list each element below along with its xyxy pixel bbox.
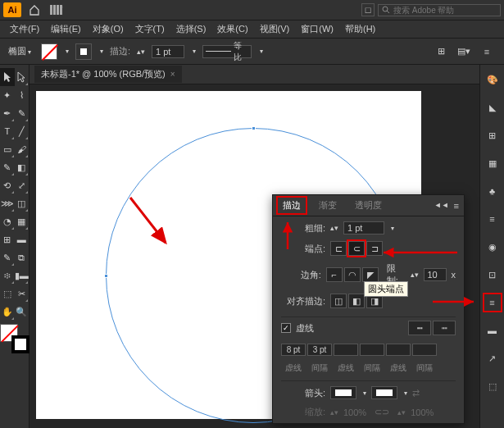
menu-help[interactable]: 帮助(H) <box>340 21 380 37</box>
cap-butt-button[interactable]: ⊏ <box>330 241 347 256</box>
arrange-documents-icon[interactable]: ▾ <box>48 2 72 17</box>
appearance-icon[interactable]: ◉ <box>484 239 501 255</box>
asset-export-icon[interactable]: ↗ <box>484 350 501 367</box>
dash-preserve-button[interactable]: ┅ <box>408 321 431 335</box>
menu-bar: 文件(F) 编辑(E) 对象(O) 文字(T) 选择(S) 效果(C) 视图(V… <box>0 20 504 39</box>
magic-wand-tool[interactable]: ✦ <box>0 86 15 104</box>
menu-window[interactable]: 窗口(W) <box>296 21 338 37</box>
swatches-icon[interactable]: ⊞ <box>484 127 501 143</box>
graphic-styles-icon[interactable]: ⊡ <box>484 266 501 283</box>
graph-tool[interactable]: ▮▬ <box>15 266 30 285</box>
gradient-tool[interactable]: ▬ <box>15 230 30 248</box>
mesh-tool[interactable]: ⊞ <box>0 230 15 248</box>
pen-tool[interactable]: ✒ <box>0 104 15 122</box>
type-tool[interactable]: T <box>0 122 15 140</box>
tab-gradient[interactable]: 渐变 <box>314 198 342 213</box>
dash-align-button[interactable]: ┉ <box>433 321 456 335</box>
slice-tool[interactable]: ✂ <box>15 285 30 303</box>
layers-panel-icon[interactable]: ≡ <box>484 294 501 311</box>
workspace-icon[interactable]: ▤▾ <box>456 44 471 59</box>
menu-edit[interactable]: 编辑(E) <box>46 21 86 37</box>
swap-arrows-icon[interactable]: ⇄ <box>412 388 420 398</box>
align-inside-button[interactable]: ◧ <box>348 294 365 308</box>
menu-type[interactable]: 文字(T) <box>130 21 170 37</box>
stroke-profile[interactable]: 等比 <box>202 45 252 58</box>
join-bevel-button[interactable]: ◤ <box>362 267 379 282</box>
menu-view[interactable]: 视图(V) <box>255 21 295 37</box>
dash-1[interactable] <box>281 344 306 356</box>
collapse-icon[interactable]: ◄◄ <box>434 201 449 211</box>
search-input[interactable] <box>393 6 492 15</box>
join-round-button[interactable]: ◠ <box>344 267 361 282</box>
rotate-tool[interactable]: ⟲ <box>0 176 15 194</box>
align-center-button[interactable]: ◫ <box>330 294 347 308</box>
libraries-icon[interactable]: ▬ <box>484 322 501 339</box>
cap-round-button[interactable]: ⊂ <box>348 241 365 256</box>
app-logo: Ai <box>3 2 21 17</box>
lasso-tool[interactable]: ⌇ <box>15 86 30 104</box>
line-tool[interactable]: ╱ <box>15 122 30 140</box>
essentials-icon[interactable]: ⊞ <box>434 44 448 59</box>
menu-select[interactable]: 选择(S) <box>171 21 211 37</box>
scale-tool[interactable]: ⤢ <box>15 176 30 194</box>
zoom-tool[interactable]: 🔍 <box>15 303 30 321</box>
svg-line-1 <box>387 11 389 13</box>
close-tab-icon[interactable]: × <box>170 70 175 79</box>
selection-label: 椭圆▾ <box>5 45 34 57</box>
selection-tool[interactable] <box>0 68 15 86</box>
gap-1[interactable] <box>307 344 332 356</box>
symbol-sprayer-tool[interactable]: ፨ <box>0 266 15 285</box>
paintbrush-tool[interactable]: 🖌 <box>15 140 30 158</box>
arrowhead-start[interactable] <box>330 386 356 399</box>
curvature-tool[interactable]: ✎ <box>15 104 30 122</box>
tab-stroke[interactable]: 描边 <box>278 198 306 213</box>
gap-3[interactable] <box>412 344 437 356</box>
scale-link-icon[interactable]: ⊂⊃ <box>375 407 389 417</box>
color-panel-icon[interactable]: 🎨 <box>484 71 501 88</box>
brushes-icon[interactable]: ▦ <box>484 155 501 171</box>
fill-swatch[interactable] <box>41 43 57 60</box>
stroke-swatch[interactable] <box>75 43 92 60</box>
eyedropper-tool[interactable]: ✎ <box>0 248 15 266</box>
document-tab[interactable]: 未标题-1* @ 100% (RGB/预览)× <box>34 66 182 83</box>
anchor-point[interactable] <box>252 126 256 130</box>
home-icon[interactable] <box>26 2 43 17</box>
dashed-checkbox[interactable]: ✓ <box>281 323 291 333</box>
shape-builder-tool[interactable]: ◔ <box>0 212 15 230</box>
panel-menu-icon[interactable]: ≡ <box>454 201 459 211</box>
miter-limit-field[interactable] <box>424 268 447 281</box>
eraser-tool[interactable]: ◧ <box>15 158 30 176</box>
menu-file[interactable]: 文件(F) <box>5 21 44 37</box>
anchor-point[interactable] <box>104 274 108 278</box>
menu-object[interactable]: 对象(O) <box>88 21 129 37</box>
gap-2[interactable] <box>360 344 384 356</box>
width-tool[interactable]: ⋙ <box>0 194 15 212</box>
dash-3[interactable] <box>386 344 411 356</box>
artboards-icon[interactable]: ⬚ <box>484 378 501 394</box>
arrowhead-end[interactable] <box>371 386 397 399</box>
perspective-tool[interactable]: ▦ <box>15 212 30 230</box>
symbols-icon[interactable]: ♣ <box>484 183 501 199</box>
stroke-weight-field[interactable] <box>343 221 384 234</box>
stroke-weight-input[interactable] <box>152 45 184 58</box>
fill-stroke-indicator[interactable] <box>0 324 30 353</box>
panel-menu-icon[interactable]: ≡ <box>479 44 494 59</box>
rectangle-tool[interactable]: ▭ <box>0 140 15 158</box>
blend-tool[interactable]: ⧉ <box>15 248 30 266</box>
sync-icon[interactable]: □ <box>361 3 375 16</box>
shaper-tool[interactable]: ✎ <box>0 158 15 176</box>
stroke-panel-icon[interactable]: ≡ <box>484 211 501 227</box>
search-field[interactable] <box>378 4 501 16</box>
hand-tool[interactable]: ✋ <box>0 303 15 321</box>
right-panel-dock: 🎨 ◣ ⊞ ▦ ♣ ≡ ◉ ⊡ ≡ ▬ ↗ ⬚ <box>479 65 504 428</box>
dash-2[interactable] <box>334 344 358 356</box>
free-transform-tool[interactable]: ◫ <box>15 194 30 212</box>
direct-selection-tool[interactable] <box>15 68 30 86</box>
menu-effect[interactable]: 效果(C) <box>212 21 252 37</box>
artboard-tool[interactable]: ⬚ <box>0 285 15 303</box>
color-guide-icon[interactable]: ◣ <box>484 99 501 116</box>
scale-label: 缩放: <box>281 406 325 418</box>
join-miter-button[interactable]: ⌐ <box>326 267 343 282</box>
tab-transparency[interactable]: 透明度 <box>350 198 387 213</box>
scale-start: 100% <box>343 408 366 417</box>
